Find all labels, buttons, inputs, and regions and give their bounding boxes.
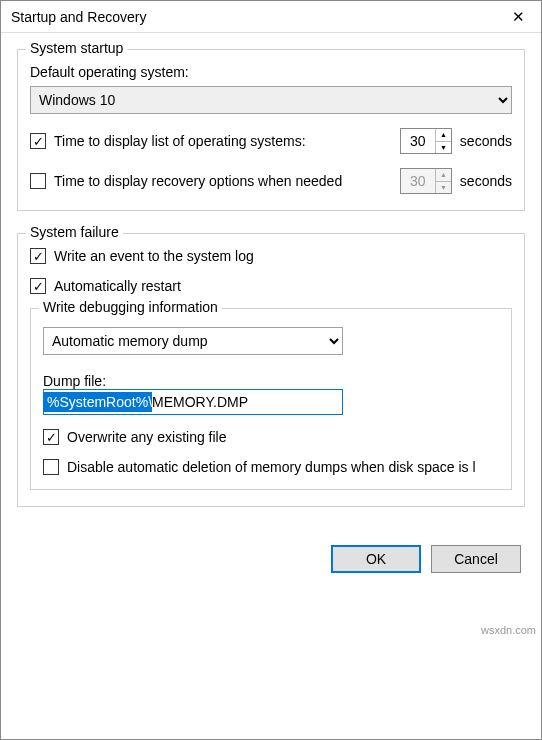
system-failure-title: System failure [26,224,123,240]
spinner-arrows: ▲ ▼ [435,169,451,193]
overwrite-checkbox[interactable]: ✓ [43,429,59,445]
spinner-down-icon: ▼ [436,182,451,194]
display-recovery-seconds-spinner: 30 ▲ ▼ [400,168,452,194]
display-os-list-seconds-value: 30 [401,129,435,153]
system-failure-group: System failure ✓ Write an event to the s… [17,233,525,507]
dump-file-rest-text: MEMORY.DMP [152,392,248,412]
dump-file-label: Dump file: [43,373,499,389]
spinner-up-icon[interactable]: ▲ [436,129,451,142]
display-os-list-label: Time to display list of operating system… [54,133,392,149]
close-button[interactable]: ✕ [495,1,541,33]
dialog-footer: OK Cancel [1,529,541,589]
default-os-select[interactable]: Windows 10 [30,86,512,114]
overwrite-label: Overwrite any existing file [67,429,227,445]
dump-file-selected-text: %SystemRoot%\ [44,392,152,412]
spinner-up-icon: ▲ [436,169,451,182]
titlebar: Startup and Recovery ✕ [1,1,541,33]
dump-file-input[interactable]: %SystemRoot%\MEMORY.DMP [43,389,343,415]
spinner-down-icon[interactable]: ▼ [436,142,451,154]
overwrite-row: ✓ Overwrite any existing file [43,429,499,445]
window-title: Startup and Recovery [11,9,146,25]
write-event-checkbox[interactable]: ✓ [30,248,46,264]
write-debug-info-title: Write debugging information [39,299,222,315]
disable-delete-row: Disable automatic deletion of memory dum… [43,459,499,475]
auto-restart-row: ✓ Automatically restart [30,278,512,294]
spinner-arrows: ▲ ▼ [435,129,451,153]
cancel-button[interactable]: Cancel [431,545,521,573]
display-recovery-seconds-value: 30 [401,169,435,193]
dialog-content: System startup Default operating system:… [1,33,541,507]
default-os-label: Default operating system: [30,64,512,80]
system-startup-group: System startup Default operating system:… [17,49,525,211]
watermark: wsxdn.com [481,624,536,636]
auto-restart-label: Automatically restart [54,278,181,294]
display-recovery-checkbox[interactable] [30,173,46,189]
disable-delete-checkbox[interactable] [43,459,59,475]
ok-button[interactable]: OK [331,545,421,573]
display-recovery-row: Time to display recovery options when ne… [30,168,512,194]
debug-type-select[interactable]: Automatic memory dump [43,327,343,355]
write-event-label: Write an event to the system log [54,248,254,264]
system-startup-title: System startup [26,40,127,56]
disable-delete-label: Disable automatic deletion of memory dum… [67,459,476,475]
display-os-list-seconds-spinner[interactable]: 30 ▲ ▼ [400,128,452,154]
seconds-suffix: seconds [460,133,512,149]
seconds-suffix: seconds [460,173,512,189]
auto-restart-checkbox[interactable]: ✓ [30,278,46,294]
close-icon: ✕ [512,8,525,26]
display-recovery-label: Time to display recovery options when ne… [54,173,392,189]
display-os-list-checkbox[interactable]: ✓ [30,133,46,149]
write-event-row: ✓ Write an event to the system log [30,248,512,264]
display-os-list-row: ✓ Time to display list of operating syst… [30,128,512,154]
write-debug-info-group: Write debugging information Automatic me… [30,308,512,490]
